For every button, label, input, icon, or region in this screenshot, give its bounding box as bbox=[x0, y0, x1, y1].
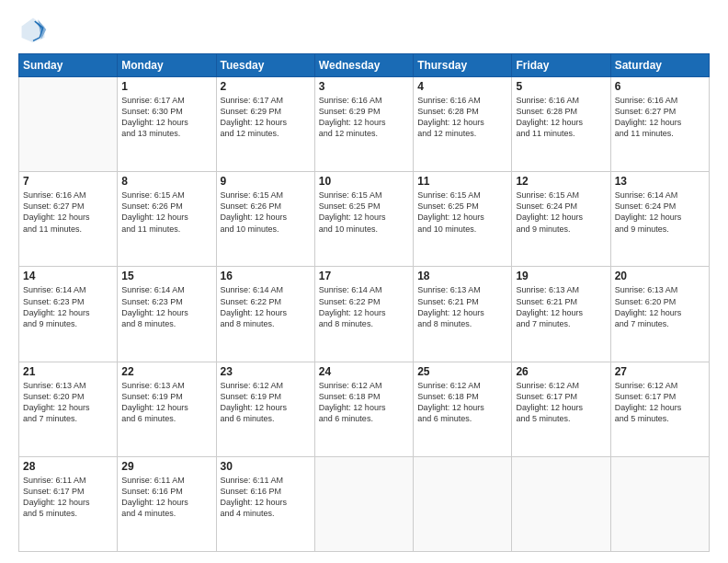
calendar-cell: 28Sunrise: 6:11 AM Sunset: 6:17 PM Dayli… bbox=[19, 456, 118, 551]
day-number: 16 bbox=[221, 270, 311, 282]
calendar-cell: 12Sunrise: 6:15 AM Sunset: 6:24 PM Dayli… bbox=[512, 172, 610, 267]
calendar-cell: 21Sunrise: 6:13 AM Sunset: 6:20 PM Dayli… bbox=[19, 362, 118, 456]
day-number: 14 bbox=[23, 270, 113, 282]
logo bbox=[18, 15, 51, 44]
calendar-cell: 18Sunrise: 6:13 AM Sunset: 6:21 PM Dayli… bbox=[414, 267, 512, 362]
calendar-cell: 29Sunrise: 6:11 AM Sunset: 6:16 PM Dayli… bbox=[118, 456, 216, 551]
day-number: 19 bbox=[516, 270, 606, 282]
day-info: Sunrise: 6:15 AM Sunset: 6:25 PM Dayligh… bbox=[319, 190, 409, 235]
day-info: Sunrise: 6:15 AM Sunset: 6:26 PM Dayligh… bbox=[121, 190, 211, 235]
calendar-cell bbox=[610, 456, 709, 551]
calendar-cell bbox=[414, 456, 512, 551]
day-info: Sunrise: 6:14 AM Sunset: 6:22 PM Dayligh… bbox=[319, 284, 409, 329]
day-info: Sunrise: 6:14 AM Sunset: 6:22 PM Dayligh… bbox=[221, 284, 311, 329]
calendar-cell: 25Sunrise: 6:12 AM Sunset: 6:18 PM Dayli… bbox=[414, 362, 512, 456]
weekday-header-row: SundayMondayTuesdayWednesdayThursdayFrid… bbox=[19, 54, 710, 77]
day-number: 2 bbox=[221, 80, 311, 93]
calendar-cell: 9Sunrise: 6:15 AM Sunset: 6:26 PM Daylig… bbox=[216, 172, 314, 267]
calendar-cell: 23Sunrise: 6:12 AM Sunset: 6:19 PM Dayli… bbox=[216, 362, 314, 456]
day-info: Sunrise: 6:12 AM Sunset: 6:17 PM Dayligh… bbox=[516, 380, 606, 425]
day-number: 22 bbox=[121, 365, 211, 378]
day-info: Sunrise: 6:14 AM Sunset: 6:24 PM Dayligh… bbox=[615, 190, 705, 235]
day-number: 25 bbox=[417, 365, 507, 378]
day-number: 3 bbox=[319, 80, 409, 93]
day-info: Sunrise: 6:13 AM Sunset: 6:21 PM Dayligh… bbox=[417, 284, 507, 329]
day-number: 8 bbox=[121, 175, 211, 188]
day-number: 5 bbox=[516, 80, 606, 93]
day-info: Sunrise: 6:15 AM Sunset: 6:26 PM Dayligh… bbox=[221, 190, 311, 235]
page: SundayMondayTuesdayWednesdayThursdayFrid… bbox=[0, 0, 728, 563]
calendar-cell: 16Sunrise: 6:14 AM Sunset: 6:22 PM Dayli… bbox=[216, 267, 314, 362]
day-number: 6 bbox=[615, 80, 705, 93]
day-info: Sunrise: 6:16 AM Sunset: 6:28 PM Dayligh… bbox=[417, 95, 507, 140]
day-number: 27 bbox=[615, 365, 705, 378]
calendar-cell: 24Sunrise: 6:12 AM Sunset: 6:18 PM Dayli… bbox=[314, 362, 413, 456]
day-number: 7 bbox=[23, 175, 113, 188]
calendar-cell: 27Sunrise: 6:12 AM Sunset: 6:17 PM Dayli… bbox=[610, 362, 709, 456]
day-info: Sunrise: 6:14 AM Sunset: 6:23 PM Dayligh… bbox=[121, 284, 211, 329]
day-info: Sunrise: 6:11 AM Sunset: 6:16 PM Dayligh… bbox=[121, 475, 211, 520]
day-info: Sunrise: 6:14 AM Sunset: 6:23 PM Dayligh… bbox=[23, 284, 113, 329]
day-number: 24 bbox=[319, 365, 409, 378]
calendar-cell: 10Sunrise: 6:15 AM Sunset: 6:25 PM Dayli… bbox=[314, 172, 413, 267]
calendar-cell bbox=[19, 77, 118, 172]
calendar-week-row: 7Sunrise: 6:16 AM Sunset: 6:27 PM Daylig… bbox=[19, 172, 710, 267]
day-info: Sunrise: 6:12 AM Sunset: 6:19 PM Dayligh… bbox=[221, 380, 311, 425]
weekday-header-sunday: Sunday bbox=[19, 54, 118, 77]
day-info: Sunrise: 6:13 AM Sunset: 6:19 PM Dayligh… bbox=[121, 380, 211, 425]
day-number: 12 bbox=[516, 175, 606, 188]
calendar-week-row: 14Sunrise: 6:14 AM Sunset: 6:23 PM Dayli… bbox=[19, 267, 710, 362]
day-number: 18 bbox=[417, 270, 507, 282]
day-number: 4 bbox=[417, 80, 507, 93]
day-info: Sunrise: 6:17 AM Sunset: 6:29 PM Dayligh… bbox=[221, 95, 311, 140]
day-number: 29 bbox=[121, 460, 211, 473]
day-number: 17 bbox=[319, 270, 409, 282]
day-number: 30 bbox=[221, 460, 311, 473]
calendar-cell: 14Sunrise: 6:14 AM Sunset: 6:23 PM Dayli… bbox=[19, 267, 118, 362]
day-info: Sunrise: 6:13 AM Sunset: 6:20 PM Dayligh… bbox=[615, 284, 705, 329]
calendar-cell: 17Sunrise: 6:14 AM Sunset: 6:22 PM Dayli… bbox=[314, 267, 413, 362]
day-info: Sunrise: 6:11 AM Sunset: 6:16 PM Dayligh… bbox=[221, 475, 311, 520]
day-info: Sunrise: 6:13 AM Sunset: 6:20 PM Dayligh… bbox=[23, 380, 113, 425]
calendar-cell: 6Sunrise: 6:16 AM Sunset: 6:27 PM Daylig… bbox=[610, 77, 709, 172]
calendar-cell: 4Sunrise: 6:16 AM Sunset: 6:28 PM Daylig… bbox=[414, 77, 512, 172]
day-info: Sunrise: 6:15 AM Sunset: 6:25 PM Dayligh… bbox=[417, 190, 507, 235]
calendar-cell: 30Sunrise: 6:11 AM Sunset: 6:16 PM Dayli… bbox=[216, 456, 314, 551]
weekday-header-saturday: Saturday bbox=[610, 54, 709, 77]
calendar-cell: 2Sunrise: 6:17 AM Sunset: 6:29 PM Daylig… bbox=[216, 77, 314, 172]
calendar-table: SundayMondayTuesdayWednesdayThursdayFrid… bbox=[18, 53, 710, 552]
day-number: 13 bbox=[615, 175, 705, 188]
calendar-cell: 20Sunrise: 6:13 AM Sunset: 6:20 PM Dayli… bbox=[610, 267, 709, 362]
calendar-cell: 19Sunrise: 6:13 AM Sunset: 6:21 PM Dayli… bbox=[512, 267, 610, 362]
weekday-header-monday: Monday bbox=[118, 54, 216, 77]
day-info: Sunrise: 6:12 AM Sunset: 6:17 PM Dayligh… bbox=[615, 380, 705, 425]
calendar-cell: 3Sunrise: 6:16 AM Sunset: 6:29 PM Daylig… bbox=[314, 77, 413, 172]
calendar-week-row: 1Sunrise: 6:17 AM Sunset: 6:30 PM Daylig… bbox=[19, 77, 710, 172]
day-number: 9 bbox=[221, 175, 311, 188]
day-info: Sunrise: 6:12 AM Sunset: 6:18 PM Dayligh… bbox=[319, 380, 409, 425]
day-info: Sunrise: 6:12 AM Sunset: 6:18 PM Dayligh… bbox=[417, 380, 507, 425]
day-number: 1 bbox=[121, 80, 211, 93]
day-info: Sunrise: 6:15 AM Sunset: 6:24 PM Dayligh… bbox=[516, 190, 606, 235]
day-number: 23 bbox=[221, 365, 311, 378]
calendar-cell: 15Sunrise: 6:14 AM Sunset: 6:23 PM Dayli… bbox=[118, 267, 216, 362]
day-number: 28 bbox=[23, 460, 113, 473]
day-info: Sunrise: 6:17 AM Sunset: 6:30 PM Dayligh… bbox=[121, 95, 211, 140]
day-info: Sunrise: 6:13 AM Sunset: 6:21 PM Dayligh… bbox=[516, 284, 606, 329]
day-info: Sunrise: 6:16 AM Sunset: 6:27 PM Dayligh… bbox=[615, 95, 705, 140]
day-info: Sunrise: 6:16 AM Sunset: 6:29 PM Dayligh… bbox=[319, 95, 409, 140]
weekday-header-wednesday: Wednesday bbox=[314, 54, 413, 77]
calendar-cell: 7Sunrise: 6:16 AM Sunset: 6:27 PM Daylig… bbox=[19, 172, 118, 267]
calendar-cell bbox=[314, 456, 413, 551]
day-number: 11 bbox=[417, 175, 507, 188]
day-number: 20 bbox=[615, 270, 705, 282]
calendar-cell: 8Sunrise: 6:15 AM Sunset: 6:26 PM Daylig… bbox=[118, 172, 216, 267]
header bbox=[18, 15, 710, 44]
day-info: Sunrise: 6:16 AM Sunset: 6:27 PM Dayligh… bbox=[23, 190, 113, 235]
calendar-cell: 11Sunrise: 6:15 AM Sunset: 6:25 PM Dayli… bbox=[414, 172, 512, 267]
day-number: 15 bbox=[121, 270, 211, 282]
calendar-cell: 26Sunrise: 6:12 AM Sunset: 6:17 PM Dayli… bbox=[512, 362, 610, 456]
logo-icon bbox=[18, 15, 48, 44]
calendar-cell: 5Sunrise: 6:16 AM Sunset: 6:28 PM Daylig… bbox=[512, 77, 610, 172]
calendar-cell: 22Sunrise: 6:13 AM Sunset: 6:19 PM Dayli… bbox=[118, 362, 216, 456]
